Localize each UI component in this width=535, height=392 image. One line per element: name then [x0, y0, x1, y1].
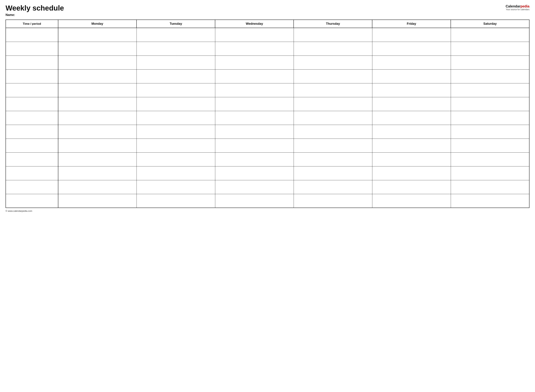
time-cell	[6, 83, 58, 97]
table-header: Time / period Monday Tuesday Wednesday T…	[6, 20, 529, 28]
time-cell	[6, 28, 58, 42]
time-cell	[6, 152, 58, 166]
day-cell	[294, 152, 372, 166]
day-cell	[294, 166, 372, 180]
day-cell	[451, 139, 529, 152]
day-cell	[372, 139, 451, 152]
col-header-time: Time / period	[6, 20, 58, 28]
day-cell	[372, 97, 451, 111]
day-cell	[294, 139, 372, 152]
day-cell	[451, 125, 529, 139]
col-header-wednesday: Wednesday	[215, 20, 294, 28]
day-cell	[451, 152, 529, 166]
day-cell	[451, 28, 529, 42]
day-cell	[215, 42, 294, 56]
day-cell	[58, 69, 137, 83]
day-cell	[58, 28, 137, 42]
day-cell	[451, 180, 529, 194]
day-cell	[451, 42, 529, 56]
day-cell	[372, 83, 451, 97]
day-cell	[215, 166, 294, 180]
day-cell	[451, 83, 529, 97]
day-cell	[136, 111, 215, 125]
day-cell	[294, 180, 372, 194]
day-cell	[294, 83, 372, 97]
day-cell	[136, 42, 215, 56]
col-header-tuesday: Tuesday	[136, 20, 215, 28]
table-row	[6, 28, 529, 42]
day-cell	[136, 97, 215, 111]
day-cell	[58, 83, 137, 97]
col-header-thursday: Thursday	[294, 20, 372, 28]
day-cell	[451, 69, 529, 83]
logo-part2: pedia	[521, 4, 530, 8]
day-cell	[215, 125, 294, 139]
day-cell	[215, 111, 294, 125]
day-cell	[136, 69, 215, 83]
day-cell	[294, 125, 372, 139]
table-row	[6, 180, 529, 194]
day-cell	[372, 111, 451, 125]
time-cell	[6, 69, 58, 83]
table-row	[6, 139, 529, 152]
col-header-friday: Friday	[372, 20, 451, 28]
day-cell	[58, 152, 137, 166]
col-header-saturday: Saturday	[451, 20, 529, 28]
time-cell	[6, 97, 58, 111]
day-cell	[136, 194, 215, 208]
table-body	[6, 28, 529, 208]
page-header: Weekly schedule Name: Calendarpedia Your…	[5, 4, 530, 17]
day-cell	[136, 125, 215, 139]
day-cell	[372, 28, 451, 42]
day-cell	[215, 56, 294, 69]
day-cell	[372, 180, 451, 194]
day-cell	[294, 56, 372, 69]
page-title: Weekly schedule	[5, 4, 64, 12]
day-cell	[294, 69, 372, 83]
table-row	[6, 97, 529, 111]
table-row	[6, 56, 529, 69]
day-cell	[451, 111, 529, 125]
schedule-table: Time / period Monday Tuesday Wednesday T…	[5, 19, 530, 208]
page-footer: © www.calendarpedia.com	[5, 210, 530, 212]
day-cell	[136, 83, 215, 97]
time-cell	[6, 194, 58, 208]
day-cell	[215, 28, 294, 42]
logo-part1: Calendar	[506, 4, 521, 8]
table-row	[6, 69, 529, 83]
day-cell	[136, 180, 215, 194]
day-cell	[372, 166, 451, 180]
day-cell	[136, 56, 215, 69]
day-cell	[58, 166, 137, 180]
table-row	[6, 111, 529, 125]
day-cell	[372, 69, 451, 83]
logo-block: Calendarpedia Your source for calendars	[506, 4, 530, 11]
time-cell	[6, 111, 58, 125]
logo-tagline: Your source for calendars	[506, 8, 530, 11]
day-cell	[58, 125, 137, 139]
day-cell	[372, 56, 451, 69]
day-cell	[136, 152, 215, 166]
day-cell	[215, 83, 294, 97]
time-cell	[6, 42, 58, 56]
day-cell	[58, 56, 137, 69]
day-cell	[451, 166, 529, 180]
col-header-monday: Monday	[58, 20, 137, 28]
day-cell	[294, 194, 372, 208]
day-cell	[58, 194, 137, 208]
table-row	[6, 42, 529, 56]
table-row	[6, 152, 529, 166]
day-cell	[294, 111, 372, 125]
day-cell	[372, 125, 451, 139]
day-cell	[136, 139, 215, 152]
day-cell	[215, 152, 294, 166]
table-row	[6, 166, 529, 180]
table-row	[6, 125, 529, 139]
day-cell	[372, 42, 451, 56]
table-row	[6, 194, 529, 208]
name-label: Name:	[5, 13, 64, 17]
logo-text: Calendarpedia	[506, 4, 530, 8]
time-cell	[6, 125, 58, 139]
day-cell	[58, 97, 137, 111]
day-cell	[58, 111, 137, 125]
